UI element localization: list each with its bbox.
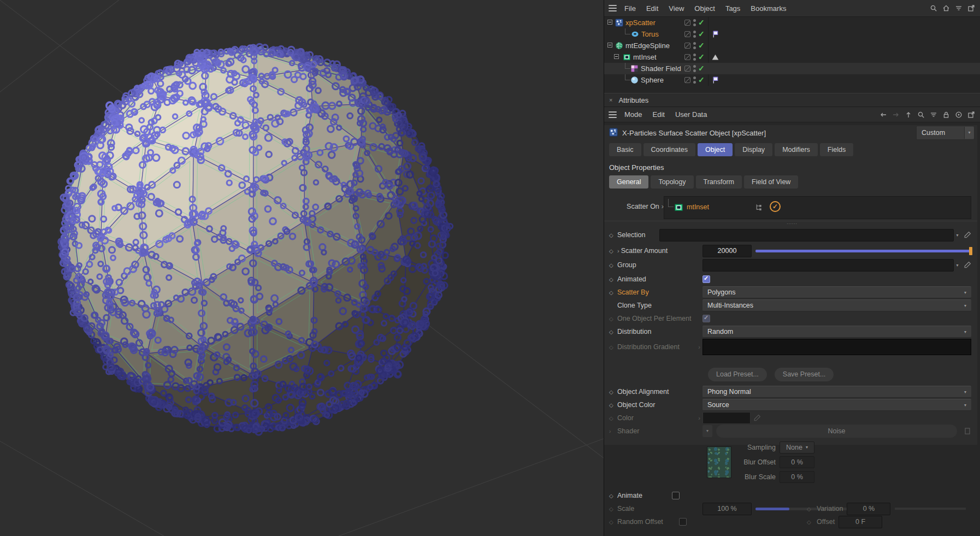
popout-icon[interactable] xyxy=(967,4,976,13)
tab-coordinates[interactable]: Coordinates xyxy=(644,143,695,156)
layer-toggle-icon[interactable] xyxy=(684,31,690,37)
shader-type-dropdown[interactable]: ▾ xyxy=(702,425,712,437)
keyframe-diamond-icon[interactable]: ◇ xyxy=(807,519,815,525)
animate-checkbox[interactable] xyxy=(672,492,680,499)
scatter-amount-slider[interactable] xyxy=(755,250,971,252)
menu-edit[interactable]: Edit xyxy=(646,4,658,13)
clone-type-dropdown[interactable]: Multi-Instances▾ xyxy=(702,299,971,311)
shader-noise-button[interactable]: Noise xyxy=(716,425,957,438)
keyframe-diamond-icon[interactable]: ◇ xyxy=(609,276,617,282)
expand-arrow-icon[interactable]: › xyxy=(609,428,617,434)
scale-value[interactable]: 100 % xyxy=(702,503,752,515)
layer-toggle-icon[interactable] xyxy=(684,77,690,83)
keyframe-diamond-icon[interactable]: ◇ xyxy=(609,262,617,268)
chevron-down-icon[interactable]: ▾ xyxy=(954,263,961,268)
menu-file[interactable]: File xyxy=(624,4,636,13)
object-name[interactable]: mtEdgeSpline xyxy=(625,42,670,50)
subtab-transform[interactable]: Transform xyxy=(696,175,742,189)
hierarchy-icon[interactable] xyxy=(755,203,763,214)
keyframe-diamond-icon[interactable]: ◇ xyxy=(609,389,617,395)
expand-toggle-icon[interactable] xyxy=(607,43,612,48)
animated-checkbox[interactable] xyxy=(702,275,710,283)
popout-icon[interactable] xyxy=(967,110,976,119)
keyframe-diamond-icon[interactable]: ◇ xyxy=(609,415,617,421)
keyframe-diamond-icon[interactable]: ◇ xyxy=(609,290,617,296)
chevron-down-icon[interactable]: ▾ xyxy=(964,403,966,408)
enabled-check-icon[interactable]: ✓ xyxy=(698,52,705,61)
enabled-check-icon[interactable]: ✓ xyxy=(698,64,705,73)
keyframe-diamond-icon[interactable]: ◇ xyxy=(609,402,617,408)
selection-input[interactable] xyxy=(659,229,954,242)
visibility-dots-icon[interactable] xyxy=(693,65,696,72)
visibility-dots-icon[interactable] xyxy=(693,42,696,49)
keyframe-diamond-icon[interactable]: ◇ xyxy=(609,493,617,499)
eyedropper-icon[interactable] xyxy=(964,231,971,239)
filter-icon[interactable] xyxy=(929,110,938,119)
scatter-on-object[interactable]: mtInset xyxy=(687,203,709,211)
group-input[interactable] xyxy=(702,259,954,272)
distribution-gradient-bar[interactable] xyxy=(702,339,971,355)
chevron-right-icon[interactable]: › xyxy=(698,344,700,350)
page-icon[interactable] xyxy=(964,427,971,435)
enabled-check-icon[interactable]: ✓ xyxy=(698,41,705,50)
random-offset-checkbox[interactable] xyxy=(679,518,687,526)
eyedropper-icon[interactable] xyxy=(753,414,761,422)
hamburger-icon[interactable] xyxy=(609,5,617,11)
eyedropper-icon[interactable] xyxy=(964,261,971,269)
object-name[interactable]: xpScatter xyxy=(625,19,656,27)
filter-icon[interactable] xyxy=(954,4,963,13)
keyframe-diamond-icon[interactable]: ◇ xyxy=(609,329,617,335)
layer-toggle-icon[interactable] xyxy=(684,54,690,60)
tree-row-mtinset[interactable]: mtInset✓ xyxy=(604,51,980,63)
tab-display[interactable]: Display xyxy=(735,143,772,156)
slider-handle[interactable] xyxy=(969,247,972,255)
keyframe-diamond-icon[interactable]: ◇ xyxy=(609,232,617,238)
tree-row-torus[interactable]: Torus✓ xyxy=(604,28,980,40)
visibility-dots-icon[interactable] xyxy=(693,76,696,84)
param-value[interactable]: 0 % xyxy=(780,456,814,468)
chevron-right-icon[interactable]: › xyxy=(698,415,700,421)
enabled-check-icon[interactable]: ✓ xyxy=(698,30,705,38)
load-preset-button[interactable]: Load Preset... xyxy=(708,368,767,381)
object-name[interactable]: Torus xyxy=(641,30,659,38)
preset-dropdown[interactable]: Custom ▾ xyxy=(916,126,975,140)
chevron-down-icon[interactable]: ▾ xyxy=(964,303,966,308)
menu-bookmarks[interactable]: Bookmarks xyxy=(751,4,786,13)
param-value[interactable]: None▾ xyxy=(780,441,814,453)
flag-tag-icon[interactable] xyxy=(711,76,719,84)
keyframe-diamond-icon[interactable]: ◇ xyxy=(609,248,617,254)
subtab-topology[interactable]: Topology xyxy=(651,175,693,189)
param-value[interactable]: 0 % xyxy=(847,503,890,515)
visibility-dots-icon[interactable] xyxy=(693,19,696,26)
noise-texture-preview[interactable] xyxy=(707,446,731,478)
menu-user-data[interactable]: User Data xyxy=(675,110,707,119)
flag-tag-icon[interactable] xyxy=(711,30,719,38)
one-object-per-element-checkbox[interactable] xyxy=(702,315,710,322)
param-value[interactable]: 0 % xyxy=(780,471,814,483)
search-icon[interactable] xyxy=(929,4,938,13)
tab-basic[interactable]: Basic xyxy=(609,143,641,156)
viewport-3d[interactable] xyxy=(0,0,604,536)
color-swatch[interactable] xyxy=(702,412,751,424)
tree-row-sphere[interactable]: Sphere✓ xyxy=(604,74,980,86)
menu-tags[interactable]: Tags xyxy=(725,4,740,13)
arrow-right-icon[interactable] xyxy=(892,110,900,119)
menu-view[interactable]: View xyxy=(669,4,684,13)
expand-toggle-icon[interactable] xyxy=(607,20,612,25)
enabled-check-icon[interactable]: ✓ xyxy=(698,18,705,27)
close-icon[interactable]: × xyxy=(609,97,612,103)
tab-modifiers[interactable]: Modifiers xyxy=(775,143,818,156)
distribution-dropdown[interactable]: Random▾ xyxy=(702,326,971,338)
object-name[interactable]: Shader Field xyxy=(641,64,681,73)
tree-row-shader-field[interactable]: Shader Field✓ xyxy=(604,63,980,74)
layer-toggle-icon[interactable] xyxy=(684,20,690,26)
object-name[interactable]: mtInset xyxy=(633,53,657,61)
target-icon[interactable] xyxy=(954,110,963,119)
triangle-tag-icon[interactable] xyxy=(711,53,719,61)
expand-arrow-icon[interactable]: › xyxy=(617,248,619,254)
keyframe-diamond-icon[interactable]: ◇ xyxy=(609,344,617,350)
chevron-down-icon[interactable]: ▾ xyxy=(964,329,966,334)
tab-fields[interactable]: Fields xyxy=(820,143,853,156)
enabled-check-icon[interactable]: ✓ xyxy=(698,75,705,84)
visibility-dots-icon[interactable] xyxy=(693,54,696,61)
